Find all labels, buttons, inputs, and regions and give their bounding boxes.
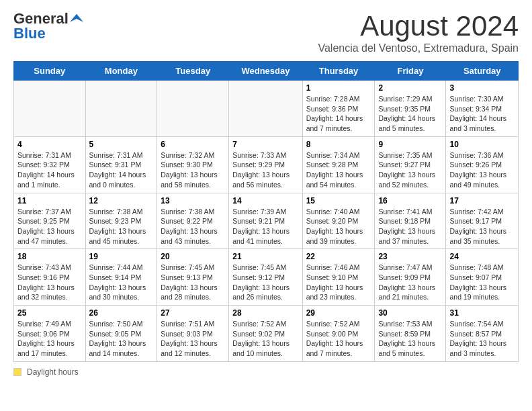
day-info: Sunrise: 7:42 AM Sunset: 9:17 PM Dayligh… [449,207,515,246]
day-info: Sunrise: 7:51 AM Sunset: 9:03 PM Dayligh… [161,319,225,359]
calendar-week-row: 25Sunrise: 7:49 AM Sunset: 9:06 PM Dayli… [14,306,519,362]
calendar-day-header: Monday [85,62,157,81]
calendar-day-cell: 6Sunrise: 7:32 AM Sunset: 9:30 PM Daylig… [157,136,229,193]
calendar-day-cell: 16Sunrise: 7:41 AM Sunset: 9:18 PM Dayli… [375,193,446,249]
calendar-week-row: 11Sunrise: 7:37 AM Sunset: 9:25 PM Dayli… [14,193,519,249]
day-number: 11 [17,196,82,205]
day-info: Sunrise: 7:41 AM Sunset: 9:18 PM Dayligh… [378,207,442,246]
calendar-day-cell [157,81,229,137]
day-number: 7 [232,140,298,149]
calendar-day-cell: 27Sunrise: 7:51 AM Sunset: 9:03 PM Dayli… [157,306,229,362]
footer: Daylight hours [13,367,519,377]
calendar-day-header: Sunday [14,62,86,81]
calendar-day-cell: 14Sunrise: 7:39 AM Sunset: 9:21 PM Dayli… [229,193,302,249]
day-info: Sunrise: 7:38 AM Sunset: 9:22 PM Dayligh… [161,207,225,246]
calendar-day-cell: 21Sunrise: 7:45 AM Sunset: 9:12 PM Dayli… [229,249,302,306]
calendar-day-cell: 25Sunrise: 7:49 AM Sunset: 9:06 PM Dayli… [14,306,86,362]
day-info: Sunrise: 7:54 AM Sunset: 8:57 PM Dayligh… [449,319,515,359]
calendar-day-cell: 24Sunrise: 7:48 AM Sunset: 9:07 PM Dayli… [446,249,519,306]
calendar-day-cell: 11Sunrise: 7:37 AM Sunset: 9:25 PM Dayli… [14,193,86,249]
day-info: Sunrise: 7:31 AM Sunset: 9:32 PM Dayligh… [17,150,82,190]
calendar-day-header: Saturday [446,62,519,81]
daylight-dot [13,368,21,376]
calendar-day-cell: 20Sunrise: 7:45 AM Sunset: 9:13 PM Dayli… [157,249,229,306]
logo: General Blue [13,10,83,42]
calendar-day-cell: 4Sunrise: 7:31 AM Sunset: 9:32 PM Daylig… [14,136,86,193]
day-info: Sunrise: 7:47 AM Sunset: 9:09 PM Dayligh… [378,263,442,302]
day-number: 23 [378,252,442,261]
calendar-day-cell [14,81,86,137]
header: General Blue August 2024 Valencia del Ve… [13,10,519,54]
day-number: 16 [378,196,442,205]
day-info: Sunrise: 7:39 AM Sunset: 9:21 PM Dayligh… [232,207,298,246]
calendar-header-row: SundayMondayTuesdayWednesdayThursdayFrid… [14,62,519,81]
svg-marker-0 [70,14,83,22]
day-number: 22 [306,252,371,261]
day-info: Sunrise: 7:29 AM Sunset: 9:35 PM Dayligh… [378,94,442,134]
month-year: August 2024 [318,10,519,42]
calendar-day-cell: 8Sunrise: 7:34 AM Sunset: 9:28 PM Daylig… [302,136,375,193]
calendar-table: SundayMondayTuesdayWednesdayThursdayFrid… [13,61,519,362]
day-number: 3 [449,83,515,93]
calendar-day-cell: 19Sunrise: 7:44 AM Sunset: 9:14 PM Dayli… [85,249,157,306]
logo-blue: Blue [13,25,46,42]
day-number: 12 [89,196,154,205]
calendar-day-header: Wednesday [229,62,302,81]
day-number: 26 [89,308,154,318]
day-number: 29 [306,308,371,318]
day-number: 31 [449,308,515,318]
day-info: Sunrise: 7:44 AM Sunset: 9:14 PM Dayligh… [89,263,154,302]
day-number: 4 [17,140,82,149]
calendar-day-cell: 12Sunrise: 7:38 AM Sunset: 9:23 PM Dayli… [85,193,157,249]
calendar-day-cell: 13Sunrise: 7:38 AM Sunset: 9:22 PM Dayli… [157,193,229,249]
day-info: Sunrise: 7:28 AM Sunset: 9:36 PM Dayligh… [306,94,371,134]
title-block: August 2024 Valencia del Ventoso, Extrem… [318,10,519,54]
calendar-day-cell: 23Sunrise: 7:47 AM Sunset: 9:09 PM Dayli… [375,249,446,306]
calendar-day-cell: 29Sunrise: 7:52 AM Sunset: 9:00 PM Dayli… [302,306,375,362]
calendar-day-header: Friday [375,62,446,81]
day-info: Sunrise: 7:36 AM Sunset: 9:26 PM Dayligh… [449,150,515,190]
calendar-day-cell: 2Sunrise: 7:29 AM Sunset: 9:35 PM Daylig… [375,81,446,137]
day-info: Sunrise: 7:53 AM Sunset: 8:59 PM Dayligh… [378,319,442,359]
day-number: 14 [232,196,298,205]
day-number: 24 [449,252,515,261]
day-info: Sunrise: 7:30 AM Sunset: 9:34 PM Dayligh… [449,94,515,134]
day-info: Sunrise: 7:45 AM Sunset: 9:12 PM Dayligh… [232,263,298,302]
day-number: 6 [161,140,225,149]
calendar-day-cell: 9Sunrise: 7:35 AM Sunset: 9:27 PM Daylig… [375,136,446,193]
day-number: 13 [161,196,225,205]
day-number: 18 [17,252,82,261]
day-number: 1 [306,83,371,93]
calendar-day-cell: 1Sunrise: 7:28 AM Sunset: 9:36 PM Daylig… [302,81,375,137]
day-info: Sunrise: 7:45 AM Sunset: 9:13 PM Dayligh… [161,263,225,302]
calendar-day-cell [229,81,302,137]
day-number: 30 [378,308,442,318]
calendar-day-cell: 17Sunrise: 7:42 AM Sunset: 9:17 PM Dayli… [446,193,519,249]
calendar-week-row: 18Sunrise: 7:43 AM Sunset: 9:16 PM Dayli… [14,249,519,306]
day-info: Sunrise: 7:33 AM Sunset: 9:29 PM Dayligh… [232,150,298,190]
day-number: 15 [306,196,371,205]
day-info: Sunrise: 7:46 AM Sunset: 9:10 PM Dayligh… [306,263,371,302]
day-info: Sunrise: 7:34 AM Sunset: 9:28 PM Dayligh… [306,150,371,190]
day-info: Sunrise: 7:31 AM Sunset: 9:31 PM Dayligh… [89,150,154,190]
day-number: 8 [306,140,371,149]
day-number: 21 [232,252,298,261]
calendar-day-header: Thursday [302,62,375,81]
calendar-day-cell: 30Sunrise: 7:53 AM Sunset: 8:59 PM Dayli… [375,306,446,362]
day-info: Sunrise: 7:38 AM Sunset: 9:23 PM Dayligh… [89,207,154,246]
day-number: 25 [17,308,82,318]
calendar-day-cell: 7Sunrise: 7:33 AM Sunset: 9:29 PM Daylig… [229,136,302,193]
calendar-day-cell: 15Sunrise: 7:40 AM Sunset: 9:20 PM Dayli… [302,193,375,249]
calendar-day-cell: 31Sunrise: 7:54 AM Sunset: 8:57 PM Dayli… [446,306,519,362]
day-info: Sunrise: 7:50 AM Sunset: 9:05 PM Dayligh… [89,319,154,359]
day-number: 10 [449,140,515,149]
location: Valencia del Ventoso, Extremadura, Spain [318,42,519,54]
day-number: 19 [89,252,154,261]
day-number: 5 [89,140,154,149]
calendar-day-cell: 28Sunrise: 7:52 AM Sunset: 9:02 PM Dayli… [229,306,302,362]
day-number: 9 [378,140,442,149]
day-info: Sunrise: 7:43 AM Sunset: 9:16 PM Dayligh… [17,263,82,302]
calendar-day-cell: 26Sunrise: 7:50 AM Sunset: 9:05 PM Dayli… [85,306,157,362]
day-number: 27 [161,308,225,318]
calendar-day-cell: 5Sunrise: 7:31 AM Sunset: 9:31 PM Daylig… [85,136,157,193]
